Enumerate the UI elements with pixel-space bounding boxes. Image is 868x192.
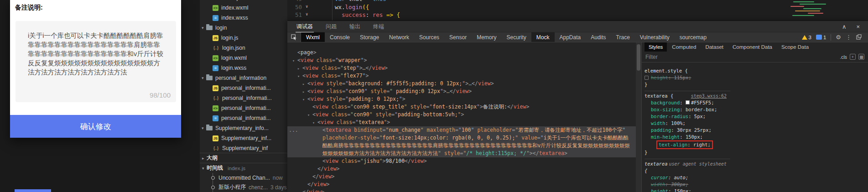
styles-tab-styles[interactable]: Styles [645,42,667,52]
expander-down-icon[interactable]: ▾ [292,57,295,65]
expander-right-icon[interactable]: ▸ [302,80,305,88]
tab-security[interactable]: Security [501,32,531,42]
styles-tab-scope-data[interactable]: Scope Data [777,42,813,52]
css-property-row[interactable]: border-radius: 5px; [645,113,730,120]
color-swatch[interactable] [686,100,690,104]
wxml-node[interactable]: </view> [287,173,636,181]
tab-audits[interactable]: Audits [586,32,611,42]
message-badge[interactable]: 1 [816,35,826,40]
file-row[interactable]: JSlogin.js [200,33,287,43]
remark-textarea[interactable]: i关于i一个库也可以卡夫卡酷酷酷酷酷酷肩膀靠靠靠靠靠靠靠靠靠靠靠靠靠靠靠靠靠肩膀… [16,21,176,102]
code-line[interactable]: 49var that = this [287,0,868,3]
expander-down-icon[interactable]: ▾ [307,111,310,119]
panel-tab-终端[interactable]: 终端 [373,21,384,32]
styles-filter-input[interactable] [645,54,709,60]
file-row[interactable]: {..}personal_informati... [200,93,287,103]
wxml-node[interactable]: ▸<view style="background: #f5f5f5;paddin… [287,80,636,88]
inspect-element-icon[interactable] [287,32,301,42]
wxml-node[interactable]: <view class="con90 step_title" style="fo… [287,103,636,111]
wxml-node[interactable]: </view> [287,165,636,173]
file-row[interactable]: ≡index.wxss [200,13,287,23]
timeline-section[interactable]: ▾ 时间线 index.js [200,163,287,173]
timeline-entry[interactable]: Uncommitted Chan...now [200,173,287,182]
tab-sensor[interactable]: Sensor [444,32,472,42]
css-property-row[interactable]: cursor: auto; [645,174,730,181]
folder-row-Supplementary_info...[interactable]: ▾Supplementary_info... [200,123,287,133]
file-row[interactable]: <>index.wxml [200,3,287,13]
css-property-row[interactable]: padding: 30rpx 25rpx; [645,127,730,134]
collapse-icon[interactable]: ∧ [842,23,847,30]
scrollbar[interactable] [636,42,641,192]
fold-chevron-icon[interactable]: ∨ [306,12,308,16]
warning-badge[interactable]: 3 [802,35,811,40]
css-property-row[interactable]: height: 150px; [645,188,730,192]
panel-tab-调试器[interactable]: 调试器 [296,21,313,32]
property-checkbox[interactable] [645,76,649,80]
tab-memory[interactable]: Memory [472,32,501,42]
file-row[interactable]: JSpersonal_informati... [200,83,287,93]
wxml-node[interactable]: ...<textarea bindinput="num_change" maxl… [287,126,636,157]
file-row[interactable]: {..}login.json [200,43,287,53]
fold-chevron-icon[interactable]: ∨ [306,4,308,9]
timeline-entry[interactable]: 新版小程序chenz...3 days [200,182,287,192]
panel-tab-输出[interactable]: 输出 [349,21,360,32]
close-icon[interactable]: × [856,23,860,30]
tab-mock[interactable]: Mock [531,32,555,42]
tab-storage[interactable]: Storage [355,32,384,42]
rule-source-link[interactable]: step3.wxss:62 [691,93,730,99]
new-style-rule-icon[interactable]: + [850,54,856,60]
tab-network[interactable]: Network [384,32,414,42]
tab-trace[interactable]: Trace [611,32,635,42]
expander-down-icon[interactable]: ▾ [297,73,300,80]
expander-right-icon[interactable]: ▸ [302,88,305,96]
dock-icon[interactable] [856,34,862,41]
element-state-icon[interactable]: ▦ [858,54,864,60]
css-property-row[interactable]: height: 115px; [645,74,730,81]
styles-tab-component-data[interactable]: Component Data [728,42,776,52]
tab-console[interactable]: Console [325,32,355,42]
wxml-node[interactable]: ▾<view class="textarea"> [287,119,636,126]
code-line[interactable]: 51∨ success: res => { [287,11,868,19]
wxml-node[interactable]: ▸<view class="step">…</view> [287,64,636,72]
file-row[interactable]: <>login.wxml [200,53,287,63]
wxml-node[interactable]: <page> [287,49,636,57]
css-property-row[interactable]: background: #F5F5F5; [645,99,730,106]
rule-source-link[interactable]: user agent stylesheet [669,161,730,174]
outline-section[interactable]: ▸ 大纲 [200,153,287,163]
tab-sourcemap[interactable]: sourcemap [675,32,712,42]
file-row[interactable]: {..}Supplementary_inf [200,143,287,153]
panel-tab-问题[interactable]: 问题 [326,21,337,32]
kebab-menu-icon[interactable]: ⋮ [846,34,852,40]
code-editor[interactable]: 49var that = this50∨wx.login({51∨ succes… [287,0,868,21]
file-row[interactable]: ≡login.wxss [200,63,287,73]
wxml-node[interactable]: <view class="jishu">98/100</view> [287,157,636,165]
tab-appdata[interactable]: AppData [555,32,586,42]
css-property-row[interactable]: text-align: right; [645,140,730,149]
css-property-row[interactable]: width: 100%; [645,120,730,127]
css-property-row[interactable]: box-sizing: border-box; [645,106,730,113]
file-row[interactable]: ≡personal_informati... [200,113,287,123]
wxml-node[interactable]: ▾<view class="wrapper"> [287,57,636,64]
expander-down-icon[interactable]: ▾ [302,96,305,104]
file-row[interactable]: JSSupplementary_inf... [200,133,287,143]
wxml-node[interactable]: ▸<view class="con90" style=" padding:0 1… [287,88,636,95]
gear-icon[interactable]: ⚙ [836,34,841,40]
tab-wxml[interactable]: Wxml [301,32,325,42]
scrollbar-thumb[interactable] [637,44,640,71]
wxml-node[interactable]: </view> [287,181,636,188]
folder-row-login[interactable]: ▾login [200,23,287,33]
expander-down-icon[interactable]: ▾ [312,119,315,127]
wxml-node[interactable]: ▾<view class="con90" style="padding-bott… [287,111,636,119]
minimap[interactable] [790,0,836,19]
styles-tab-dataset[interactable]: Dataset [701,42,728,52]
node-menu-dots[interactable]: ... [289,126,298,134]
wxml-node[interactable]: ▾<view class="flex77"> [287,72,636,80]
tab-sources[interactable]: Sources [414,32,444,42]
css-property-row[interactable]: width: 300px; [645,181,730,188]
expander-right-icon[interactable]: ▸ [297,65,300,73]
code-line[interactable]: 50∨wx.login({ [287,4,868,11]
tab-vulnerability[interactable]: Vulnerability [635,32,675,42]
wxml-node[interactable]: </view> [287,188,636,192]
css-property-row[interactable]: min-height: 150px; [645,134,730,140]
class-toggle-button[interactable]: .cls [840,54,847,60]
